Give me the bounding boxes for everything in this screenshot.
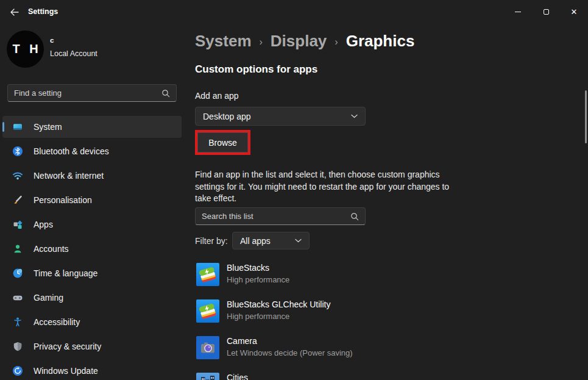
browse-highlight-annotation: Browse [195,130,250,155]
sidebar-item-bluetooth-devices[interactable]: Bluetooth & devices [2,140,182,162]
sidebar-item-label: Privacy & security [34,342,101,351]
sidebar-item-label: Accounts [34,244,69,254]
sidebar-item-label: Bluetooth & devices [34,146,109,156]
sidebar-item-network-internet[interactable]: Network & internet [2,165,182,187]
app-name: BlueStacks GLCheck Utility [227,299,330,309]
app-graphics-setting: High performance [227,275,289,284]
filter-dropdown[interactable]: All apps [232,232,310,249]
page-section-title: Custom options for apps [195,63,317,76]
apps-icon [12,219,23,230]
breadcrumb-separator: › [260,35,263,48]
sidebar-item-windows-update[interactable]: Windows Update [2,360,182,380]
sidebar-item-system[interactable]: System [2,116,182,138]
close-icon: ✕ [571,8,578,16]
maximize-button[interactable] [532,0,560,23]
sidebar-item-label: System [34,122,62,132]
filter-dropdown-value: All apps [240,236,271,246]
breadcrumb-system[interactable]: System [195,32,252,51]
window-controls: ✕ [504,0,588,23]
sidebar-item-apps[interactable]: Apps [2,213,182,235]
sidebar-item-accessibility[interactable]: Accessibility [2,311,182,333]
app-name: BlueStacks [227,263,269,273]
minimize-button[interactable] [504,0,532,23]
search-icon [161,89,170,98]
browse-button[interactable]: Browse [197,132,248,152]
chevron-down-icon [351,114,358,118]
bluestacks-app-icon [196,299,219,323]
app-graphics-setting: Let Windows decide (Power saving) [227,348,353,357]
minimize-icon [515,12,521,12]
app-row-bluestacks[interactable]: BlueStacks High performance [196,262,537,296]
sidebar-item-gaming[interactable]: Gaming [2,287,182,309]
camera-app-icon [196,336,219,359]
breadcrumb-display[interactable]: Display [271,32,327,51]
shield-icon [12,341,23,352]
cities-app-icon [196,373,219,380]
app-name: Cities [227,373,248,380]
sidebar-item-time-language[interactable]: Time & language [2,262,182,284]
app-type-dropdown-value: Desktop app [203,112,251,121]
sidebar-item-accounts[interactable]: Accounts [2,238,182,260]
sidebar-item-label: Accessibility [34,317,80,327]
sidebar-item-label: Personalisation [34,195,92,205]
app-row-bluestacks-glcheck[interactable]: BlueStacks GLCheck Utility High performa… [196,299,537,333]
sidebar-item-label: Time & language [34,268,97,278]
description-text: Find an app in the list and select it, t… [195,169,467,205]
breadcrumb-graphics: Graphics [346,32,415,51]
back-button[interactable] [5,4,23,20]
search-list-input[interactable]: Search this list [195,207,366,225]
system-icon [12,121,23,132]
sidebar-item-personalisation[interactable]: Personalisation [2,189,182,211]
maximize-icon [544,9,549,15]
chevron-down-icon [295,238,302,243]
bluetooth-icon [12,146,23,157]
breadcrumb: System › Display › Graphics [195,32,414,51]
sidebar-item-privacy-security[interactable]: Privacy & security [2,335,182,357]
app-type-dropdown[interactable]: Desktop app [195,107,366,126]
clock-icon [12,268,23,279]
avatar[interactable]: T H [7,30,44,68]
app-graphics-setting: High performance [227,312,289,321]
account-type: Local Account [50,49,97,58]
bluestacks-app-icon [196,263,219,286]
filter-by-label: Filter by: [195,236,228,246]
window-title: Settings [28,7,58,16]
find-setting-input[interactable]: Find a setting [7,84,177,102]
selected-indicator [2,122,4,132]
back-arrow-icon [10,9,19,16]
gamepad-icon [12,292,23,303]
accessibility-icon [12,317,23,328]
sidebar-item-label: Windows Update [34,366,98,376]
paintbrush-icon [12,195,23,206]
sidebar-nav: System Bluetooth & devices Network & int… [2,116,182,380]
app-name: Camera [227,336,257,346]
close-button[interactable]: ✕ [560,0,588,23]
breadcrumb-separator: › [335,35,338,48]
app-row-cities[interactable]: Cities [196,372,537,380]
wifi-icon [12,170,23,181]
add-app-label: Add an app [195,91,239,101]
find-setting-placeholder: Find a setting [14,88,161,98]
app-row-camera[interactable]: Camera Let Windows decide (Power saving) [196,335,537,370]
search-icon [350,212,359,221]
sidebar-item-label: Gaming [34,293,63,303]
sidebar-item-label: Apps [34,220,53,229]
update-icon [12,365,23,376]
scrollbar-thumb[interactable] [585,90,587,143]
account-name: c [50,37,54,44]
person-icon [12,243,23,254]
sidebar-item-label: Network & internet [34,171,104,181]
search-list-placeholder: Search this list [202,212,350,221]
